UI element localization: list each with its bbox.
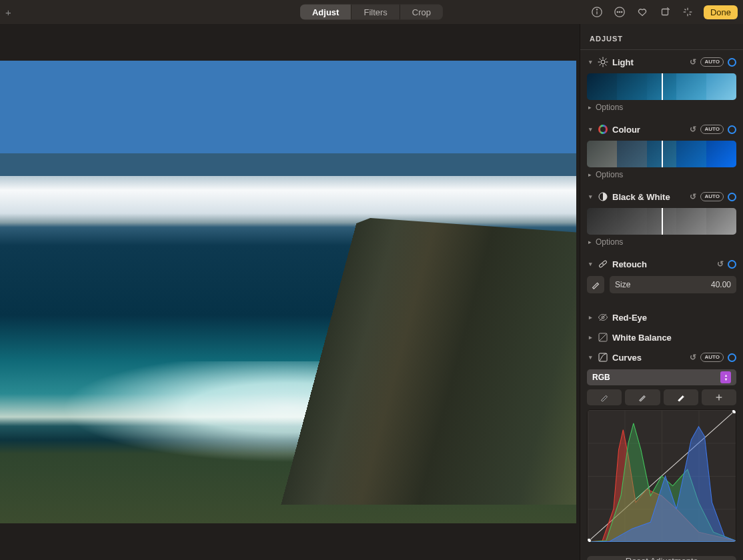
section-light: ▾ Light ↺ AUTO ▸ [580, 50, 743, 117]
photo-preview[interactable] [0, 61, 576, 523]
section-curves: ▾ Curves ↺ AUTO RGB ▴▾ [580, 345, 743, 543]
curves-auto-button[interactable]: AUTO [700, 353, 724, 362]
colour-auto-button[interactable]: AUTO [700, 125, 724, 134]
reset-adjustments-button[interactable]: Reset Adjustments [587, 556, 736, 560]
toolbar-actions: Done [590, 5, 738, 19]
canvas-area [0, 24, 580, 560]
white-point-picker[interactable] [664, 389, 698, 405]
light-options[interactable]: ▸ Options [587, 103, 736, 117]
favorite-icon[interactable] [636, 5, 649, 19]
reset-icon[interactable]: ↺ [690, 57, 696, 67]
retouch-brush-button[interactable] [587, 276, 604, 293]
tab-crop[interactable]: Crop [400, 5, 443, 20]
rotate-icon[interactable] [658, 5, 672, 19]
bw-auto-button[interactable]: AUTO [700, 192, 724, 201]
bw-header[interactable]: ▾ Black & White ↺ AUTO [587, 189, 736, 205]
done-button[interactable]: Done [704, 5, 738, 19]
svg-rect-7 [662, 9, 668, 15]
light-label: Light [612, 57, 686, 67]
redeye-label: Red-Eye [612, 313, 736, 323]
reset-icon[interactable]: ↺ [690, 353, 696, 362]
section-retouch: ▾ Retouch ↺ Size 40.00 [580, 252, 743, 300]
svg-line-19 [600, 59, 600, 59]
indicator-ring-icon[interactable] [728, 353, 736, 362]
chevron-down-icon: ▾ [587, 354, 594, 361]
redeye-header[interactable]: ▸ Red-Eye [587, 309, 736, 325]
section-bw: ▾ Black & White ↺ AUTO ▸ [580, 185, 743, 252]
svg-point-5 [619, 11, 620, 12]
curves-header[interactable]: ▾ Curves ↺ AUTO [587, 349, 736, 365]
chevron-down-icon: ▾ [587, 261, 594, 267]
contrast-icon [598, 191, 608, 202]
svg-point-14 [601, 60, 605, 64]
toolbar: + Adjust Filters Crop Done [0, 0, 743, 24]
curve-handle[interactable] [587, 538, 592, 543]
light-header[interactable]: ▾ Light ↺ AUTO [587, 54, 736, 70]
colour-ring-icon [598, 124, 608, 135]
content: ADJUST ▾ Light ↺ AUTO [0, 24, 743, 560]
svg-line-21 [600, 65, 600, 65]
retouch-size-field[interactable]: Size 40.00 [610, 276, 736, 293]
bw-options[interactable]: ▸ Options [587, 237, 736, 252]
tab-filters[interactable]: Filters [351, 5, 400, 20]
indicator-ring-icon[interactable] [728, 58, 736, 67]
reset-icon[interactable]: ↺ [690, 125, 696, 134]
adjust-sidebar: ADJUST ▾ Light ↺ AUTO [580, 24, 743, 560]
whitebalance-label: White Balance [612, 333, 736, 343]
chevron-down-icon: ▾ [587, 59, 594, 65]
chevron-right-icon: ▸ [587, 334, 594, 341]
reset-icon[interactable]: ↺ [690, 192, 696, 201]
chevron-right-icon: ▸ [588, 104, 592, 111]
curves-icon [598, 352, 608, 363]
svg-point-4 [617, 11, 618, 12]
indicator-ring-icon[interactable] [728, 193, 736, 201]
indicator-ring-icon[interactable] [728, 125, 736, 134]
add-point-button[interactable] [702, 389, 736, 405]
add-icon[interactable]: + [5, 7, 11, 18]
black-point-picker[interactable] [587, 389, 622, 405]
section-redeye: ▸ Red-Eye [580, 305, 743, 325]
eye-icon [598, 312, 608, 323]
curve-handle[interactable] [732, 409, 736, 414]
grey-point-picker[interactable] [625, 389, 660, 405]
svg-line-12 [684, 9, 686, 11]
section-whitebalance: ▸ White Balance [580, 325, 743, 345]
colour-label: Colour [612, 125, 686, 135]
svg-point-2 [596, 9, 597, 10]
curves-pickers [587, 389, 736, 405]
colour-header[interactable]: ▾ Colour ↺ AUTO [587, 121, 736, 137]
svg-point-26 [603, 264, 604, 265]
sun-icon [598, 57, 608, 67]
chevron-right-icon: ▸ [588, 239, 592, 245]
curves-canvas[interactable] [587, 409, 736, 543]
magic-icon[interactable] [681, 5, 694, 19]
reset-icon[interactable]: ↺ [717, 259, 724, 269]
curves-label: Curves [612, 353, 686, 363]
chevron-right-icon: ▸ [588, 171, 592, 178]
view-mode-tabs: Adjust Filters Crop [300, 5, 443, 20]
light-auto-button[interactable]: AUTO [700, 57, 724, 67]
colour-options[interactable]: ▸ Options [587, 170, 736, 185]
svg-line-20 [606, 65, 606, 65]
more-icon[interactable] [613, 5, 626, 19]
colour-preview-strip[interactable] [587, 141, 736, 167]
light-preview-strip[interactable] [587, 73, 736, 100]
indicator-ring-icon[interactable] [728, 260, 736, 269]
bw-label: Black & White [612, 192, 686, 202]
chevron-down-icon: ▾ [587, 126, 594, 133]
svg-point-23 [600, 126, 607, 133]
whitebalance-header[interactable]: ▸ White Balance [587, 329, 736, 345]
bw-preview-strip[interactable] [587, 208, 736, 235]
size-label: Size [615, 280, 630, 289]
curves-channel-select[interactable]: RGB ▴▾ [587, 369, 736, 385]
svg-line-13 [690, 14, 691, 15]
info-icon[interactable] [590, 5, 604, 19]
svg-line-22 [606, 59, 606, 59]
svg-point-6 [621, 11, 622, 12]
retouch-header[interactable]: ▾ Retouch ↺ [587, 256, 736, 272]
chevron-down-icon: ▾ [587, 193, 594, 200]
tab-adjust[interactable]: Adjust [300, 5, 351, 20]
panel-title: ADJUST [580, 24, 743, 50]
stepper-icon: ▴▾ [720, 371, 731, 383]
chevron-right-icon: ▸ [587, 314, 594, 321]
